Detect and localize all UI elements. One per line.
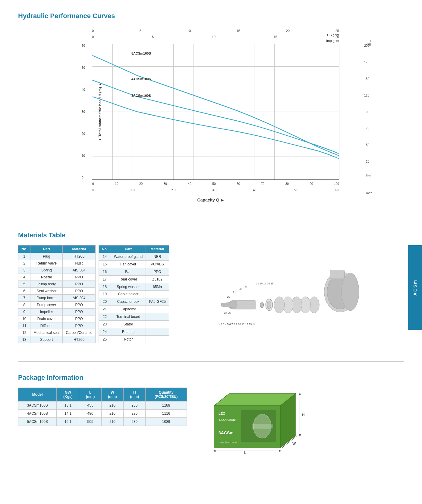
pkg-h-l: L(mm) — [79, 388, 101, 401]
table-row: 3SpringAISI304 — [18, 267, 96, 274]
svg-point-9 — [342, 273, 359, 311]
table-row: 8Pump coverPPO — [18, 302, 96, 309]
table-row: 6Seal washerPPO — [18, 288, 96, 295]
package-box-svg: LEO INNOVATION+ 3ACSm Love Each one H L — [205, 388, 320, 454]
exploded-diagram: 20 21 22 23 19 18 17 16 15 24 25 1 2 3 4… — [178, 245, 404, 330]
pump-exploded-svg: 20 21 22 23 19 18 17 16 15 24 25 1 2 3 4… — [216, 247, 366, 328]
table-row: 1PlugHT200 — [18, 253, 96, 260]
package-table: Model GW(Kgs) L(mm) W(mm) H(mm) Quantity… — [18, 388, 187, 426]
chart-container: 0 5 10 15 20 25 US gpm 0 5 10 15 20 Imp … — [68, 26, 354, 201]
svg-text:W: W — [292, 442, 296, 446]
label-5acsm: 5ACSm100S — [131, 52, 151, 55]
table-row: 19Cable holder — [99, 290, 169, 298]
svg-marker-35 — [299, 434, 301, 437]
svg-marker-38 — [213, 450, 216, 452]
svg-text:H: H — [302, 413, 305, 417]
svg-text:L: L — [244, 451, 246, 454]
side-tab: ACSm — [408, 245, 422, 330]
table-row: 21Capacitor — [99, 306, 169, 313]
table-row: 2Return valveNBR — [18, 260, 96, 267]
usgpm-tick-5: 5 — [140, 29, 141, 33]
table-row: 25Rotor — [99, 335, 169, 343]
materials-tables: No. Part Material 1PlugHT200 2Return val… — [18, 245, 169, 343]
table-row: 20Capacitor boxPA6-GF25 — [99, 298, 169, 306]
impgpm-label: Imp gpm — [92, 39, 339, 43]
gridv-12 — [339, 44, 339, 179]
svg-text:22: 22 — [239, 287, 242, 290]
pkg-box-area: LEO INNOVATION+ 3ACSm Love Each one H L — [205, 388, 404, 454]
mat-t1-h-part: Part — [30, 246, 63, 253]
pkg-h-gw: GW(Kgs) — [57, 388, 79, 401]
svg-text:LEO: LEO — [219, 412, 225, 415]
svg-marker-34 — [299, 392, 301, 395]
table-row: 5Pump bodyPPO — [18, 281, 96, 288]
usgpm-tick-20: 20 — [286, 29, 290, 33]
mat-t2-h-no: No. — [99, 246, 111, 253]
svg-text:23: 23 — [245, 285, 248, 288]
hydraulic-title: Hydraulic Performance Curves — [18, 12, 404, 20]
table-row: 11DiffuserPPO — [18, 322, 96, 329]
svg-marker-39 — [279, 450, 282, 452]
table-row: 12Mechanical sealCarbon/Ceramic — [18, 329, 96, 336]
package-content: Model GW(Kgs) L(mm) W(mm) H(mm) Quantity… — [18, 388, 404, 454]
table-row: 14Water proof glandNBR — [99, 253, 169, 261]
mat-t1-h-no: No. — [18, 246, 30, 253]
table-row: 4NozzlePPO — [18, 274, 96, 281]
materials-table-1: No. Part Material 1PlugHT200 2Return val… — [18, 245, 96, 343]
svg-text:Love Each one: Love Each one — [219, 441, 237, 444]
y-axis-label-container: ▲ Total manometric head H (m) ▲ — [71, 44, 130, 180]
pkg-h-qty: Quantity(PCS/20'TEU) — [146, 388, 187, 401]
table-row: 24Bearing — [99, 328, 169, 336]
materials-content: No. Part Material 1PlugHT200 2Return val… — [18, 245, 404, 343]
table-row: 17Rear coverZL102 — [99, 275, 169, 283]
table-row: 18Spring washer65Mn — [99, 283, 169, 290]
usgpm-tick-25: 25 — [335, 29, 339, 33]
table-row: 15Fan coverPC/ABS — [99, 260, 169, 268]
usgpm-tick-15: 15 — [237, 29, 240, 33]
svg-text:3ACSm: 3ACSm — [219, 430, 234, 435]
materials-table-2: No. Part Material 14Water proof glandNBR… — [99, 245, 169, 343]
svg-point-22 — [260, 302, 264, 308]
mat-t1-h-material: Material — [63, 246, 95, 253]
materials-title: Materials Table — [18, 231, 404, 239]
svg-rect-32 — [252, 424, 273, 429]
svg-rect-10 — [330, 270, 345, 279]
table-row: 10Drain coverPPO — [18, 315, 96, 322]
pkg-h-w: W(mm) — [101, 388, 123, 401]
side-tab-label: ACSm — [413, 279, 417, 296]
pkg-h-h: H(mm) — [124, 388, 146, 401]
usgpm-tick-0: 0 — [92, 29, 94, 33]
pkg-h-model: Model — [18, 388, 57, 401]
m3h-label: m³/h — [366, 192, 372, 195]
divider-1 — [18, 219, 404, 219]
package-title: Package Information — [18, 374, 404, 382]
svg-text:24    25: 24 25 — [224, 311, 231, 314]
svg-text:1 2 3 4  5 6  7   8  9  10  11: 1 2 3 4 5 6 7 8 9 10 11 12 13 14 — [219, 323, 256, 326]
usgpm-tick-10: 10 — [187, 29, 191, 33]
hydraulic-section: Hydraulic Performance Curves 0 5 10 15 2… — [18, 12, 404, 201]
table-row: 23Stator — [99, 321, 169, 328]
table-row: 3ACSm100S 13.1 455 210 230 1188 — [18, 401, 187, 410]
svg-point-21 — [267, 301, 271, 309]
table-row: 22Terminal board — [99, 313, 169, 321]
svg-text:20: 20 — [227, 295, 230, 298]
lmin-ticks: 0 10 20 30 40 50 60 70 80 90 100 — [92, 182, 339, 185]
mat-t2-h-part: Part — [111, 246, 146, 253]
mat-t2-h-material: Material — [146, 246, 169, 253]
table-row: 16FanPPO — [99, 268, 169, 275]
table-row: 9ImpellerPPO — [18, 309, 96, 315]
package-section: Package Information Model GW(Kgs) L(mm) … — [18, 374, 404, 454]
table-row: 4ACSm100S 14.1 480 210 230 1116 — [18, 410, 187, 418]
table-row: 7Pump barrelAISI304 — [18, 295, 96, 302]
m3h-axis: 0 1.0 2.0 3.0 4.0 5.0 6.0 — [92, 189, 339, 192]
divider-2 — [18, 361, 404, 362]
svg-text:INNOVATION+: INNOVATION+ — [219, 418, 237, 421]
label-4acsm: 4ACSm100S — [131, 77, 151, 81]
impgpm-axis: 0 5 10 15 20 Imp gpm — [92, 35, 339, 43]
y-axis-label: ▲ Total manometric head H (m) ▲ — [98, 83, 102, 141]
svg-text:19 18 17 16 15: 19 18 17 16 15 — [256, 282, 274, 285]
label-3acsm: 3ACSm100S — [131, 94, 151, 97]
table-row: 5ACSm100S 15.1 505 210 230 1089 — [18, 418, 187, 426]
lmin-label: l/min — [366, 174, 372, 177]
svg-marker-18 — [222, 302, 233, 308]
